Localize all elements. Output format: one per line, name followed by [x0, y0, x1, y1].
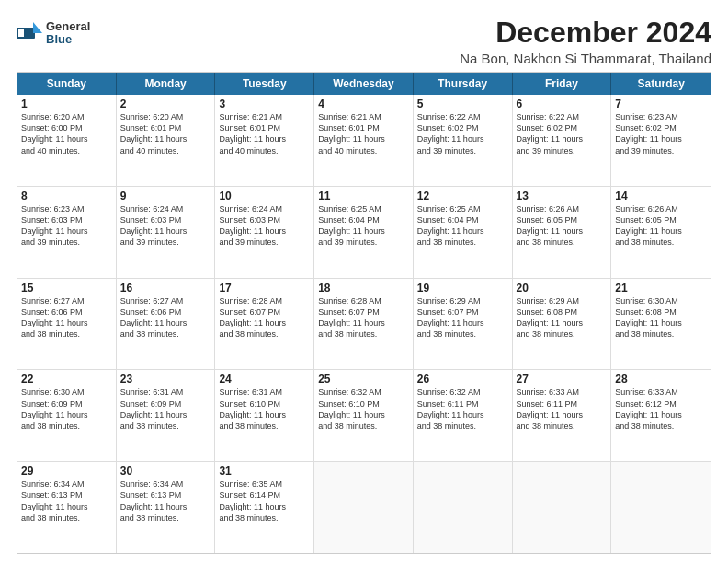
day-number: 24 [219, 373, 310, 385]
day-info: Sunrise: 6:33 AMSunset: 6:11 PMDaylight:… [517, 386, 608, 431]
day-info: Sunrise: 6:28 AMSunset: 6:07 PMDaylight:… [219, 295, 310, 340]
calendar-header-monday: Monday [117, 73, 216, 95]
header: General Blue December 2024 Na Bon, Nakho… [17, 17, 711, 66]
calendar-row-4: 29Sunrise: 6:34 AMSunset: 6:13 PMDayligh… [17, 461, 711, 553]
day-number: 25 [318, 373, 409, 385]
calendar-cell-day-6: 6Sunrise: 6:22 AMSunset: 6:02 PMDaylight… [513, 95, 612, 186]
calendar-header-wednesday: Wednesday [314, 73, 414, 95]
day-number: 27 [517, 373, 608, 385]
calendar-row-0: 1Sunrise: 6:20 AMSunset: 6:00 PMDaylight… [17, 95, 711, 186]
calendar-cell-day-4: 4Sunrise: 6:21 AMSunset: 6:01 PMDaylight… [314, 95, 414, 186]
day-info: Sunrise: 6:29 AMSunset: 6:08 PMDaylight:… [517, 295, 608, 340]
calendar-body: 1Sunrise: 6:20 AMSunset: 6:00 PMDaylight… [17, 95, 711, 553]
day-number: 19 [417, 282, 508, 294]
day-info: Sunrise: 6:31 AMSunset: 6:10 PMDaylight:… [219, 386, 310, 431]
day-info: Sunrise: 6:30 AMSunset: 6:08 PMDaylight:… [615, 295, 707, 340]
day-number: 15 [21, 282, 112, 294]
calendar-row-1: 8Sunrise: 6:23 AMSunset: 6:03 PMDaylight… [17, 186, 711, 278]
day-number: 3 [219, 98, 310, 110]
calendar-header-sunday: Sunday [17, 73, 117, 95]
day-info: Sunrise: 6:24 AMSunset: 6:03 PMDaylight:… [120, 203, 211, 248]
day-number: 10 [219, 190, 310, 202]
day-info: Sunrise: 6:23 AMSunset: 6:02 PMDaylight:… [615, 111, 707, 156]
day-info: Sunrise: 6:24 AMSunset: 6:03 PMDaylight:… [219, 203, 310, 248]
calendar: SundayMondayTuesdayWednesdayThursdayFrid… [17, 72, 711, 554]
calendar-cell-day-28: 28Sunrise: 6:33 AMSunset: 6:12 PMDayligh… [611, 370, 711, 461]
logo-text: General Blue [46, 20, 90, 47]
calendar-cell-day-3: 3Sunrise: 6:21 AMSunset: 6:01 PMDaylight… [215, 95, 314, 186]
svg-marker-1 [33, 22, 42, 33]
day-number: 12 [417, 190, 508, 202]
day-info: Sunrise: 6:21 AMSunset: 6:01 PMDaylight:… [219, 111, 310, 156]
day-number: 22 [21, 373, 112, 385]
day-info: Sunrise: 6:31 AMSunset: 6:09 PMDaylight:… [120, 386, 211, 431]
calendar-cell-day-29: 29Sunrise: 6:34 AMSunset: 6:13 PMDayligh… [17, 462, 117, 553]
day-info: Sunrise: 6:22 AMSunset: 6:02 PMDaylight:… [517, 111, 608, 156]
day-info: Sunrise: 6:32 AMSunset: 6:11 PMDaylight:… [417, 386, 508, 431]
calendar-cell-day-24: 24Sunrise: 6:31 AMSunset: 6:10 PMDayligh… [215, 370, 314, 461]
calendar-cell-day-16: 16Sunrise: 6:27 AMSunset: 6:06 PMDayligh… [117, 279, 216, 370]
subtitle: Na Bon, Nakhon Si Thammarat, Thailand [460, 51, 711, 66]
calendar-cell-day-30: 30Sunrise: 6:34 AMSunset: 6:13 PMDayligh… [117, 462, 216, 553]
day-info: Sunrise: 6:27 AMSunset: 6:06 PMDaylight:… [21, 295, 112, 340]
day-info: Sunrise: 6:23 AMSunset: 6:03 PMDaylight:… [21, 203, 112, 248]
calendar-cell-day-17: 17Sunrise: 6:28 AMSunset: 6:07 PMDayligh… [215, 279, 314, 370]
day-info: Sunrise: 6:34 AMSunset: 6:13 PMDaylight:… [120, 478, 211, 523]
day-number: 31 [219, 465, 310, 477]
calendar-cell-empty [513, 462, 612, 553]
day-info: Sunrise: 6:25 AMSunset: 6:04 PMDaylight:… [318, 203, 409, 248]
calendar-cell-day-7: 7Sunrise: 6:23 AMSunset: 6:02 PMDaylight… [611, 95, 711, 186]
calendar-cell-day-26: 26Sunrise: 6:32 AMSunset: 6:11 PMDayligh… [414, 370, 513, 461]
calendar-cell-day-23: 23Sunrise: 6:31 AMSunset: 6:09 PMDayligh… [117, 370, 216, 461]
calendar-cell-empty [611, 462, 711, 553]
day-number: 29 [21, 465, 112, 477]
calendar-cell-day-15: 15Sunrise: 6:27 AMSunset: 6:06 PMDayligh… [17, 279, 117, 370]
day-number: 5 [417, 98, 508, 110]
day-info: Sunrise: 6:35 AMSunset: 6:14 PMDaylight:… [219, 478, 310, 523]
day-number: 18 [318, 282, 409, 294]
day-number: 16 [120, 282, 211, 294]
calendar-cell-day-14: 14Sunrise: 6:26 AMSunset: 6:05 PMDayligh… [611, 187, 711, 278]
logo: General Blue [17, 20, 90, 47]
calendar-cell-day-12: 12Sunrise: 6:25 AMSunset: 6:04 PMDayligh… [414, 187, 513, 278]
calendar-header-saturday: Saturday [611, 73, 711, 95]
day-info: Sunrise: 6:27 AMSunset: 6:06 PMDaylight:… [120, 295, 211, 340]
logo-blue-text: Blue [46, 33, 90, 46]
day-number: 4 [318, 98, 409, 110]
day-number: 21 [615, 282, 707, 294]
calendar-header-thursday: Thursday [414, 73, 513, 95]
day-info: Sunrise: 6:20 AMSunset: 6:01 PMDaylight:… [120, 111, 211, 156]
calendar-row-3: 22Sunrise: 6:30 AMSunset: 6:09 PMDayligh… [17, 369, 711, 461]
calendar-header-friday: Friday [513, 73, 612, 95]
calendar-cell-day-10: 10Sunrise: 6:24 AMSunset: 6:03 PMDayligh… [215, 187, 314, 278]
day-number: 30 [120, 465, 211, 477]
page: General Blue December 2024 Na Bon, Nakho… [0, 0, 728, 563]
calendar-cell-day-25: 25Sunrise: 6:32 AMSunset: 6:10 PMDayligh… [314, 370, 414, 461]
calendar-cell-day-27: 27Sunrise: 6:33 AMSunset: 6:11 PMDayligh… [513, 370, 612, 461]
svg-rect-2 [18, 29, 24, 37]
day-info: Sunrise: 6:30 AMSunset: 6:09 PMDaylight:… [21, 386, 112, 431]
day-info: Sunrise: 6:29 AMSunset: 6:07 PMDaylight:… [417, 295, 508, 340]
day-info: Sunrise: 6:25 AMSunset: 6:04 PMDaylight:… [417, 203, 508, 248]
day-number: 1 [21, 98, 112, 110]
day-number: 9 [120, 190, 211, 202]
calendar-cell-empty [414, 462, 513, 553]
calendar-cell-day-21: 21Sunrise: 6:30 AMSunset: 6:08 PMDayligh… [611, 279, 711, 370]
calendar-cell-day-13: 13Sunrise: 6:26 AMSunset: 6:05 PMDayligh… [513, 187, 612, 278]
day-number: 2 [120, 98, 211, 110]
calendar-cell-day-19: 19Sunrise: 6:29 AMSunset: 6:07 PMDayligh… [414, 279, 513, 370]
day-info: Sunrise: 6:21 AMSunset: 6:01 PMDaylight:… [318, 111, 409, 156]
calendar-cell-day-20: 20Sunrise: 6:29 AMSunset: 6:08 PMDayligh… [513, 279, 612, 370]
day-number: 6 [517, 98, 608, 110]
calendar-cell-day-11: 11Sunrise: 6:25 AMSunset: 6:04 PMDayligh… [314, 187, 414, 278]
day-number: 11 [318, 190, 409, 202]
day-info: Sunrise: 6:32 AMSunset: 6:10 PMDaylight:… [318, 386, 409, 431]
day-info: Sunrise: 6:26 AMSunset: 6:05 PMDaylight:… [615, 203, 707, 248]
day-number: 26 [417, 373, 508, 385]
calendar-cell-day-22: 22Sunrise: 6:30 AMSunset: 6:09 PMDayligh… [17, 370, 117, 461]
calendar-header-tuesday: Tuesday [215, 73, 314, 95]
calendar-row-2: 15Sunrise: 6:27 AMSunset: 6:06 PMDayligh… [17, 278, 711, 370]
day-number: 20 [517, 282, 608, 294]
title-block: December 2024 Na Bon, Nakhon Si Thammara… [460, 17, 711, 66]
day-number: 28 [615, 373, 707, 385]
